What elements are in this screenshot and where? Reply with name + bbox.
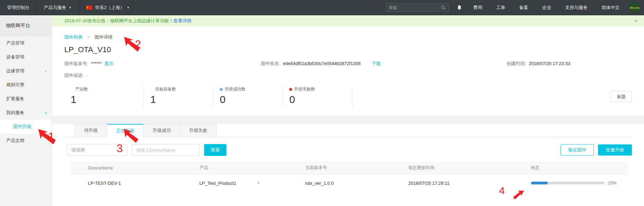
- filter-row: 请选择 ∨ 搜索 验证固件 批量升级: [64, 144, 632, 156]
- avatar-name: Murphy: [630, 6, 640, 9]
- caret-down-icon: ▼: [127, 6, 130, 9]
- nav-icp-label: 备案: [519, 5, 528, 11]
- progress-fill: [531, 182, 548, 184]
- nav-enterprise-label: 企业: [542, 5, 551, 11]
- tab-success[interactable]: 升级成功: [144, 124, 180, 137]
- topbar-search[interactable]: [386, 3, 449, 12]
- progress-track: [531, 182, 605, 184]
- sidebar-item-firmware-upgrade[interactable]: 固件升级: [0, 120, 52, 134]
- cursor-artifact-dot: [258, 182, 259, 183]
- upgrade-status-card: 待升级 正在升级 升级成功 升级失败 请选择 ∨ 搜索 验证固件 批量升级: [52, 124, 644, 206]
- nav-console-label: 管理控制台: [7, 5, 30, 11]
- tab-upgrading[interactable]: 正在升级: [107, 124, 144, 137]
- tab-pending[interactable]: 待升级: [75, 124, 107, 137]
- devicename-input[interactable]: [131, 144, 200, 156]
- page-title: LP_OTA_V10: [64, 45, 632, 54]
- sidebar-item-product-docs[interactable]: 产品文档: [0, 134, 52, 148]
- nav-console[interactable]: 管理控制台: [0, 0, 37, 15]
- col-product: 产品: [183, 165, 288, 171]
- product-select[interactable]: 请选择 ∨: [67, 144, 128, 156]
- nav-billing-label: 费用: [473, 5, 482, 11]
- nav-support-label: 支持与服务: [565, 5, 588, 11]
- status-tabbar: 待升级 正在升级 升级成功 升级失败: [64, 124, 632, 137]
- firmware-signature-field: 固件签名:e4e54df52a3b530c7e0544b2872f1305下载: [261, 61, 507, 67]
- nav-icp[interactable]: 备案: [512, 0, 535, 15]
- sidebar-title: 物联网平台: [0, 15, 52, 36]
- product-select-placeholder: 请选择: [71, 147, 121, 153]
- firmware-version-field: 固件版本号:******显示: [64, 61, 261, 67]
- breadcrumb-firmware-list[interactable]: 固件列表: [64, 34, 82, 40]
- col-status: 状态: [514, 165, 628, 171]
- fail-dot-icon: [289, 88, 292, 91]
- user-avatar[interactable]: Murphy: [629, 2, 640, 13]
- firmware-signature-value: e4e54df52a3b530c7e0544b2872f1305: [283, 61, 361, 66]
- cell-devicename: LP-TEST-DEV-1: [71, 181, 183, 186]
- china-flag-icon: ★: [86, 6, 92, 10]
- device-table: DeviceName 产品 当前版本号 状态更新时间 状态 LP-TEST-DE…: [71, 161, 628, 191]
- chevron-up-icon: ∧: [45, 111, 47, 115]
- firmware-description-field: 固件描述:-: [64, 72, 632, 79]
- nav-language-label: 简体中文: [602, 5, 620, 11]
- region-selector[interactable]: ★ 华东2（上海） ▼: [79, 0, 137, 15]
- created-time-field: 创建时间:2018/07/25 17:23:33: [507, 61, 632, 67]
- nav-billing[interactable]: 费用: [466, 0, 489, 15]
- notification-bell-icon[interactable]: [452, 0, 466, 15]
- stat-upgrade-failed: 升级失败数 0: [283, 86, 353, 107]
- stat-target-devices: 目标设备数 1: [144, 86, 214, 107]
- sidebar-item-device-mgmt[interactable]: 设备管理: [0, 50, 52, 64]
- sidebar-item-my-services[interactable]: 我的服务∧: [0, 106, 52, 120]
- stat-target-devices-value: 1: [150, 94, 213, 105]
- announcement-text: 2018-07-20发布公告：物联网平台上线边缘计算功能！: [64, 18, 174, 24]
- sidebar-item-rules-engine[interactable]: 规则引擎: [0, 78, 52, 92]
- stats-row: 产品数 1 目标设备数 1 升级成功数 0 升级失败数 0: [64, 86, 632, 107]
- nav-tickets-label: 工单: [496, 5, 505, 11]
- sidebar: 物联网平台 产品管理 设备管理 边缘管理∨ 规则引擎 扩展服务 我的服务∧ 固件…: [0, 15, 52, 206]
- nav-products-services[interactable]: 产品与服务 ▼: [37, 0, 79, 15]
- cell-status-updated: 2018/07/25 17:29:11: [392, 181, 514, 186]
- stat-product-count: 产品数 1: [64, 86, 144, 107]
- chevron-down-icon: ∨: [121, 148, 124, 152]
- col-current-version: 当前版本号: [289, 165, 392, 171]
- show-version-link[interactable]: 显示: [104, 61, 113, 66]
- sidebar-item-extended-services[interactable]: 扩展服务: [0, 92, 52, 106]
- table-row: LP-TEST-DEV-1 LP_Test_Product1 iotx_ver_…: [71, 175, 628, 191]
- search-button[interactable]: 搜索: [204, 144, 226, 156]
- section-gap: [52, 116, 644, 124]
- top-navbar: 管理控制台 产品与服务 ▼ ★ 华东2（上海） ▼ 费用 工单 备案 企业 支持…: [0, 0, 644, 15]
- sidebar-item-product-mgmt[interactable]: 产品管理: [0, 36, 52, 50]
- verify-firmware-button[interactable]: 验证固件: [561, 144, 594, 156]
- col-devicename: DeviceName: [71, 166, 183, 171]
- search-divider: [438, 5, 439, 10]
- sidebar-item-edge-mgmt[interactable]: 边缘管理∨: [0, 64, 52, 78]
- nav-products-label: 产品与服务: [44, 5, 66, 11]
- table-header: DeviceName 产品 当前版本号 状态更新时间 状态: [71, 161, 628, 175]
- topbar-search-input[interactable]: [389, 5, 436, 10]
- nav-support[interactable]: 支持与服务: [558, 0, 595, 15]
- chevron-down-icon: ∨: [45, 69, 47, 73]
- stat-upgrade-success: 升级成功数 0: [214, 86, 283, 107]
- stat-product-count-value: 1: [71, 94, 144, 105]
- success-dot-icon: [220, 88, 223, 91]
- breadcrumb: 固件列表 > 固件详情: [64, 34, 632, 40]
- firmware-description-value: -: [86, 73, 87, 78]
- col-status-updated: 状态更新时间: [392, 165, 514, 171]
- firmware-detail-section: 固件列表 > 固件详情 LP_OTA_V10 固件版本号:******显示 固件…: [52, 26, 644, 116]
- search-icon[interactable]: [441, 5, 446, 10]
- stat-upgrade-failed-value: 0: [289, 94, 352, 105]
- announcement-banner: 2018-07-20发布公告：物联网平台上线边缘计算功能！ 查看详情 ×: [52, 15, 644, 26]
- refresh-button[interactable]: 刷新: [611, 91, 632, 102]
- caret-down-icon: ▼: [69, 6, 72, 9]
- banner-close-icon[interactable]: ×: [633, 18, 639, 24]
- cell-status-progress: 23%: [514, 181, 628, 185]
- cell-current-version: iotx_ver_1.0.0: [289, 181, 392, 186]
- nav-tickets[interactable]: 工单: [489, 0, 512, 15]
- tab-failed[interactable]: 升级失败: [180, 124, 217, 137]
- nav-language[interactable]: 简体中文: [595, 0, 627, 15]
- cell-product: LP_Test_Product1: [183, 181, 288, 186]
- batch-upgrade-button[interactable]: 批量升级: [598, 144, 632, 156]
- region-label: 华东2（上海）: [95, 5, 124, 11]
- announcement-details-link[interactable]: 查看详情: [174, 18, 192, 24]
- download-link[interactable]: 下载: [372, 61, 381, 66]
- nav-enterprise[interactable]: 企业: [535, 0, 558, 15]
- breadcrumb-current: 固件详情: [95, 34, 113, 40]
